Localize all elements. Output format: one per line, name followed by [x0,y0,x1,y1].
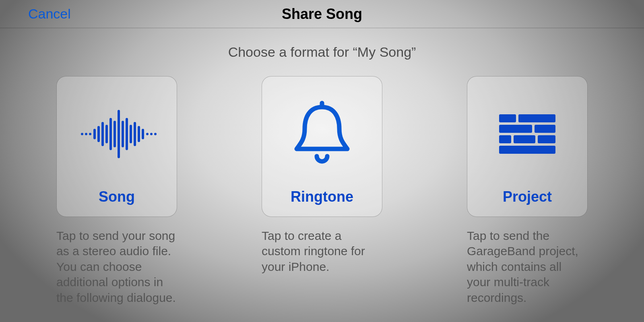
svg-rect-6 [105,125,108,143]
waveform-icon [76,100,157,168]
svg-rect-3 [93,129,96,139]
ringtone-description: Tap to create a custom ringtone for your… [262,228,382,275]
svg-point-1 [85,133,87,135]
svg-point-2 [89,133,91,135]
svg-rect-10 [122,121,124,147]
bell-icon [288,100,356,168]
song-card[interactable]: Song [56,76,177,217]
format-prompt: Choose a format for “My Song” [0,44,644,60]
format-options: Song Tap to send your song as a stereo a… [0,76,644,305]
option-song: Song Tap to send your song as a stereo a… [56,76,177,305]
project-description: Tap to send the GarageBand project, whic… [467,228,588,305]
option-ringtone: Ringtone Tap to create a custom ringtone… [262,76,382,305]
svg-rect-9 [118,110,120,158]
svg-rect-14 [138,126,140,142]
svg-rect-5 [101,122,104,146]
svg-point-17 [150,133,153,135]
svg-rect-13 [134,122,136,146]
svg-rect-8 [114,121,116,147]
svg-point-16 [146,133,149,135]
svg-rect-11 [126,118,128,150]
ringtone-label: Ringtone [291,188,353,205]
song-description: Tap to send your song as a stereo audio … [56,228,177,305]
song-label: Song [99,188,135,205]
svg-rect-12 [130,125,132,143]
page-title: Share Song [282,6,362,23]
tracks-icon [499,100,555,168]
svg-rect-15 [142,129,144,139]
ringtone-card[interactable]: Ringtone [262,76,382,217]
option-project: Project Tap to send the GarageBand proje… [467,76,588,305]
svg-rect-7 [109,118,112,150]
svg-rect-4 [97,126,100,142]
project-card[interactable]: Project [467,76,588,217]
cancel-button[interactable]: Cancel [28,6,71,22]
svg-point-18 [154,133,157,135]
svg-point-0 [81,133,83,135]
project-label: Project [503,188,552,205]
header-bar: Cancel Share Song [0,0,644,28]
